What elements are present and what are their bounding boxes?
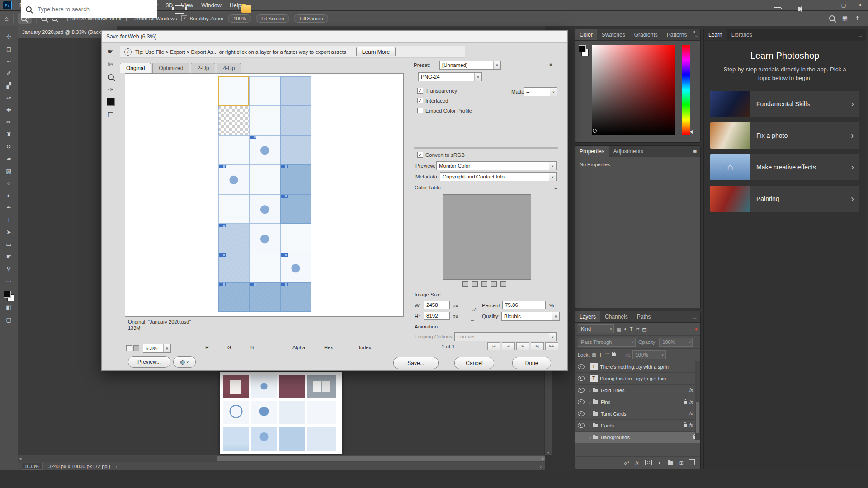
filter-pixel-icon[interactable]: ▦	[617, 326, 621, 332]
layer-row[interactable]: › Tarot Cards fx∨	[575, 408, 700, 420]
lock-color-icon[interactable]	[481, 281, 487, 287]
share-icon[interactable]: ↥	[855, 15, 860, 22]
group-expand-icon[interactable]: ›	[587, 388, 593, 393]
percent-input[interactable]: 75.86	[502, 301, 546, 309]
lock-transparent-icon[interactable]: ▦	[592, 352, 596, 357]
add-mask-icon[interactable]	[645, 460, 652, 465]
tab-original[interactable]: Original	[120, 63, 151, 73]
group-expand-icon[interactable]: ›	[587, 399, 593, 405]
menu-window[interactable]: Window	[197, 2, 225, 9]
panel-menu-icon[interactable]: ≡	[855, 29, 866, 40]
dialog-title-bar[interactable]: Save for Web (6.3%)	[102, 31, 567, 43]
restore-button[interactable]: ▢	[835, 0, 852, 11]
shape-tool[interactable]: ▭	[0, 238, 18, 250]
quality-select[interactable]: Bicubic∨	[501, 312, 560, 321]
fit-screen-button[interactable]: Fit Screen	[256, 14, 289, 23]
layer-row[interactable]: › Pins fx∨	[575, 396, 700, 408]
tab-properties[interactable]: Properties	[575, 146, 609, 157]
new-layer-icon[interactable]: ⊞	[679, 460, 684, 466]
save-button[interactable]: Save...	[393, 357, 439, 369]
crop-tool[interactable]: ▞	[0, 80, 18, 92]
minimize-button[interactable]: –	[819, 0, 835, 11]
filter-type-icon[interactable]: T	[630, 326, 633, 332]
layer-visibility-icon[interactable]	[575, 420, 587, 431]
panel-menu-icon[interactable]: ≡	[689, 146, 700, 157]
preview-zoom-select[interactable]: 6.3%∨	[143, 344, 171, 353]
adjustment-layer-icon[interactable]: ◐	[658, 460, 661, 465]
edit-toolbar-icon[interactable]: ⋯	[0, 275, 18, 287]
image-preview-area[interactable]	[125, 73, 404, 317]
marquee-tool[interactable]: ◻	[0, 43, 18, 55]
hue-slider[interactable]	[682, 45, 690, 135]
format-select[interactable]: PNG-24∨	[418, 72, 482, 81]
layers-scrollbar[interactable]	[695, 361, 700, 440]
preview-mode-select[interactable]: Monitor Color∨	[436, 161, 557, 170]
preview-option-icon[interactable]	[126, 345, 132, 351]
tab-2up[interactable]: 2-Up	[191, 63, 215, 73]
looping-select[interactable]: Forever∨	[454, 332, 557, 341]
next-frame-button[interactable]: ▶|	[531, 342, 544, 350]
home-icon[interactable]: ⌂	[5, 14, 9, 22]
lock-artboard-icon[interactable]: ⬚	[604, 352, 609, 357]
learn-more-button[interactable]: Learn More	[356, 47, 396, 56]
foreground-color-swatch[interactable]	[579, 45, 586, 52]
shift-web-icon[interactable]	[472, 281, 478, 287]
eyedropper-tool[interactable]: ✑	[0, 92, 18, 104]
gradient-tool[interactable]: ▨	[0, 165, 18, 177]
preview-in-browser-button[interactable]: Preview...	[128, 356, 170, 368]
history-brush-tool[interactable]: ↺	[0, 141, 18, 153]
lasso-tool[interactable]: ∽	[0, 55, 18, 67]
volume-icon[interactable]	[798, 7, 800, 11]
hand-tool-icon[interactable]: ☛	[104, 47, 118, 56]
color-table-menu-icon[interactable]: ≡	[554, 185, 557, 190]
type-tool[interactable]: T	[0, 214, 18, 226]
eyedropper-tool-icon[interactable]: ✑	[104, 85, 118, 94]
layer-visibility-icon[interactable]	[575, 408, 587, 419]
delete-color-icon[interactable]	[500, 281, 506, 287]
layer-row[interactable]: T During this tim...rgy to get thin	[575, 373, 700, 385]
convert-srgb-checkbox[interactable]: Convert to sRGB	[417, 152, 465, 158]
learn-card-painting[interactable]: Painting ›	[710, 186, 859, 212]
dodge-tool[interactable]: ◐	[0, 189, 18, 202]
zoom-tool[interactable]: ⚲	[0, 263, 18, 275]
snap-color-icon[interactable]	[462, 281, 468, 287]
layer-visibility-icon[interactable]	[575, 373, 587, 384]
layer-row[interactable]: › Cards fx∨	[575, 420, 700, 432]
fill-select[interactable]: 100%∨	[632, 350, 666, 359]
first-frame-button[interactable]: |◀	[487, 342, 500, 350]
layer-visibility-icon[interactable]	[575, 385, 587, 396]
interlaced-checkbox[interactable]: Interlaced	[417, 98, 448, 103]
tab-paths[interactable]: Paths	[632, 311, 656, 322]
tab-adjustments[interactable]: Adjustments	[609, 146, 648, 157]
tab-learn[interactable]: Learn	[704, 29, 727, 40]
layer-style-icon[interactable]: fx	[635, 460, 639, 465]
zoom-100-button[interactable]: 100%	[228, 14, 251, 23]
tab-patterns[interactable]: Patterns	[662, 29, 692, 40]
filter-smart-object-icon[interactable]: ⬒	[642, 326, 646, 332]
search-input[interactable]	[21, 0, 157, 18]
foreground-background-swatches[interactable]	[4, 291, 14, 301]
layer-filter-kind-select[interactable]: Kind∨	[578, 324, 614, 333]
link-layers-icon[interactable]: ☍	[624, 460, 629, 466]
transparency-checkbox[interactable]: Transparency	[417, 88, 457, 94]
browser-select-button[interactable]: ◍∨	[173, 356, 196, 368]
search-icon[interactable]	[829, 15, 835, 21]
previous-frame-button[interactable]: ◀	[502, 342, 515, 350]
scrubby-zoom-checkbox[interactable]: Scrubby Zoom	[181, 15, 223, 21]
layer-row[interactable]: › Gold Lines fx∨	[575, 385, 700, 396]
sliced-image-preview[interactable]	[218, 76, 311, 312]
layer-visibility-icon[interactable]	[575, 396, 587, 408]
learn-card-fundamental-skills[interactable]: Fundamental Skills ›	[710, 91, 859, 117]
fill-screen-button[interactable]: Fill Screen	[294, 14, 328, 23]
learn-card-fix-a-photo[interactable]: Fix a photo ›	[710, 122, 859, 149]
preset-menu-icon[interactable]: ≡	[549, 61, 552, 67]
status-arrow-icon[interactable]: ›	[540, 464, 542, 469]
preview-option-icon[interactable]	[133, 345, 139, 351]
workspace-icon[interactable]: ▦	[842, 15, 848, 22]
preset-select[interactable]: [Unnamed]∨	[439, 61, 501, 70]
group-expand-icon[interactable]: ›	[587, 423, 593, 428]
filter-shape-icon[interactable]: ▱	[636, 326, 639, 332]
delete-layer-icon[interactable]	[690, 460, 695, 465]
cancel-button[interactable]: Cancel	[454, 357, 494, 369]
tab-gradients[interactable]: Gradients	[630, 29, 662, 40]
